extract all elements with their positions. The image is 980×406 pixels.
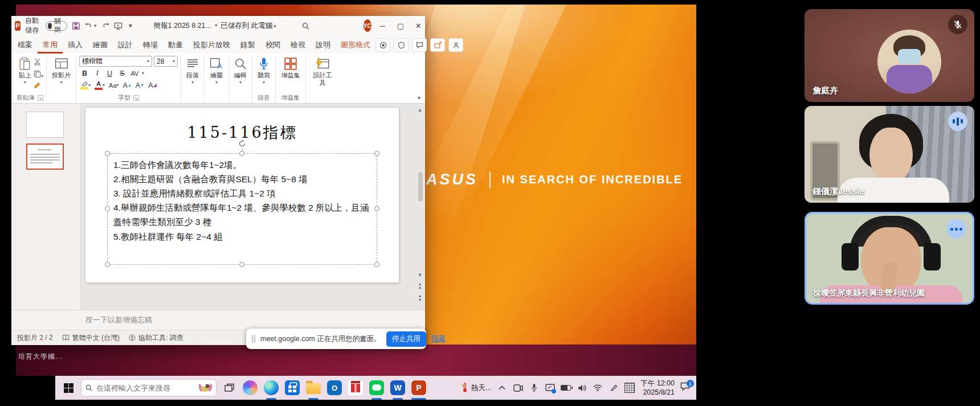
screen-share-icon[interactable] <box>545 383 555 393</box>
more-options-icon[interactable] <box>946 219 966 239</box>
clear-formatting-button[interactable]: A◢ <box>147 80 158 91</box>
taskbar-search[interactable] <box>81 379 217 396</box>
ime-icon[interactable] <box>624 383 635 393</box>
weather-widget[interactable]: 熱天... <box>461 383 491 393</box>
resize-handle-s[interactable] <box>239 262 244 267</box>
new-slide-button[interactable]: 投影片 <box>50 56 73 85</box>
drawing-button[interactable]: A 繪圖 <box>207 56 226 85</box>
comments-icon[interactable] <box>412 38 427 52</box>
scroll-down-arrow[interactable]: ▼ <box>416 272 423 278</box>
underline-button[interactable]: U <box>104 68 115 79</box>
change-case-button[interactable]: Aa <box>108 80 120 91</box>
participant-tile-2[interactable]: 鍾儀潔Jessie <box>805 106 974 203</box>
slide-thumbnail-2-selected[interactable] <box>26 143 64 170</box>
dialog-launcher-icon[interactable]: ↘ <box>38 95 43 101</box>
resize-handle-ne[interactable] <box>374 151 379 156</box>
hidden-icons-chevron-icon[interactable] <box>497 383 507 393</box>
search-icon[interactable] <box>301 19 310 32</box>
quick-access-more-icon[interactable]: ▾ <box>127 19 134 32</box>
copy-icon[interactable] <box>34 69 43 80</box>
editor-check-icon[interactable] <box>394 38 409 52</box>
selected-text-box[interactable]: 1.三師合作會議次數每年1~2場。 2.相關主題研習（含融合教育與SEL）每年 … <box>107 153 377 265</box>
file-explorer-icon[interactable] <box>305 379 322 396</box>
presence-people-icon[interactable] <box>448 38 463 52</box>
pen-icon[interactable] <box>609 383 619 393</box>
language-status[interactable]: 繁體中文 (台灣) <box>62 333 120 343</box>
tab-slideshow[interactable]: 投影片放映 <box>188 36 235 54</box>
account-avatar[interactable]: YC <box>364 19 371 32</box>
camera-icon[interactable] <box>513 383 523 393</box>
format-painter-icon[interactable] <box>34 81 43 92</box>
resize-handle-n[interactable] <box>239 151 244 156</box>
microphone-icon[interactable] <box>529 383 539 393</box>
tab-draw[interactable]: 繪圖 <box>88 36 113 54</box>
taskbar-clock[interactable]: 下午 12:00 2025/8/21 <box>640 379 675 397</box>
vertical-scrollbar-thumb[interactable] <box>418 172 423 202</box>
close-button[interactable]: ✕ <box>412 16 425 35</box>
resize-handle-sw[interactable] <box>105 262 110 267</box>
volume-icon[interactable] <box>577 383 587 393</box>
dialog-launcher-icon[interactable]: ↘ <box>133 95 139 101</box>
autosave-toggle[interactable]: 關閉 <box>46 21 67 31</box>
accessibility-status[interactable]: 協助工具: 調查 <box>129 333 183 343</box>
font-name-combo[interactable]: 標楷體▾ <box>79 56 152 67</box>
italic-button[interactable]: I <box>92 68 103 79</box>
previous-slide-button[interactable]: ▲▲ <box>416 282 423 289</box>
notification-center-icon[interactable]: 1 <box>680 382 692 393</box>
maximize-button[interactable]: ▢ <box>394 16 407 35</box>
dictate-button[interactable]: 聽寫 <box>255 56 272 85</box>
strikethrough-button[interactable]: S <box>117 68 128 79</box>
tab-animations[interactable]: 動畫 <box>163 36 188 54</box>
resize-handle-e[interactable] <box>374 206 379 211</box>
tab-home[interactable]: 常用 <box>38 36 63 54</box>
line-icon[interactable] <box>368 379 385 396</box>
redo-icon[interactable] <box>101 19 109 32</box>
tab-view[interactable]: 檢視 <box>285 36 311 54</box>
saved-status[interactable]: 已儲存到 此電腦 <box>220 21 276 31</box>
slide-thumbnail-panel[interactable] <box>11 104 81 310</box>
tab-transitions[interactable]: 轉場 <box>138 36 163 54</box>
paragraph-button[interactable]: 段落 <box>184 56 201 85</box>
participant-tile-3-active-speaker[interactable]: 徐曖笠屏東縣長興非營利幼兒園 <box>805 212 974 305</box>
slide-thumbnail-1[interactable] <box>26 112 64 138</box>
task-view-icon[interactable] <box>220 379 238 396</box>
save-icon[interactable] <box>72 19 80 32</box>
collapse-ribbon-chevron-icon[interactable]: ▾ <box>418 95 420 101</box>
addins-button[interactable]: 增益集 <box>279 56 303 80</box>
microsoft-store-icon[interactable] <box>284 379 301 396</box>
search-input[interactable] <box>96 384 194 392</box>
tab-help[interactable]: 說明 <box>311 36 336 54</box>
copilot-icon[interactable] <box>242 379 259 396</box>
tab-record[interactable]: 錄製 <box>235 36 260 54</box>
next-slide-button[interactable]: ▼▼ <box>416 295 423 301</box>
editing-button[interactable]: 編輯 <box>232 56 249 85</box>
edge-icon[interactable] <box>263 379 280 396</box>
tab-shape-format[interactable]: 圖形格式 <box>336 36 375 54</box>
resize-handle-w[interactable] <box>105 206 110 211</box>
outlook-icon[interactable]: O <box>326 379 343 396</box>
start-button[interactable] <box>60 379 77 396</box>
tab-design[interactable]: 設計 <box>113 36 138 54</box>
powerpoint-taskbar-icon[interactable]: P <box>410 379 427 396</box>
design-tools-button[interactable]: 設計工具 <box>309 56 336 87</box>
stop-sharing-button[interactable]: 停止共用 <box>386 331 426 347</box>
font-size-combo[interactable]: 28▾ <box>154 56 178 67</box>
drag-handle-icon[interactable] <box>252 335 255 343</box>
notes-pane[interactable]: 按一下以新增備忘稿 <box>11 310 425 330</box>
start-slideshow-icon[interactable] <box>114 19 122 32</box>
slide-indicator[interactable]: 投影片 2 / 2 <box>17 333 53 343</box>
cut-icon[interactable] <box>34 58 43 68</box>
font-color-button[interactable]: A <box>93 80 106 91</box>
paste-button[interactable]: 貼上 <box>17 56 34 92</box>
grow-font-button[interactable]: A▲ <box>122 80 133 91</box>
word-icon[interactable]: W <box>389 379 406 396</box>
participant-tile-1[interactable]: 詹庭卉 <box>805 9 974 102</box>
resize-handle-nw[interactable] <box>105 151 110 156</box>
highlight-color-button[interactable] <box>79 80 92 91</box>
share-icon[interactable] <box>430 38 445 52</box>
minimize-button[interactable]: ─ <box>376 16 389 35</box>
character-spacing-button[interactable]: AV <box>129 68 140 79</box>
record-icon[interactable] <box>375 38 390 52</box>
slide-editing-surface[interactable]: 115-116指標 <box>85 108 399 282</box>
bold-button[interactable]: B <box>79 68 90 79</box>
